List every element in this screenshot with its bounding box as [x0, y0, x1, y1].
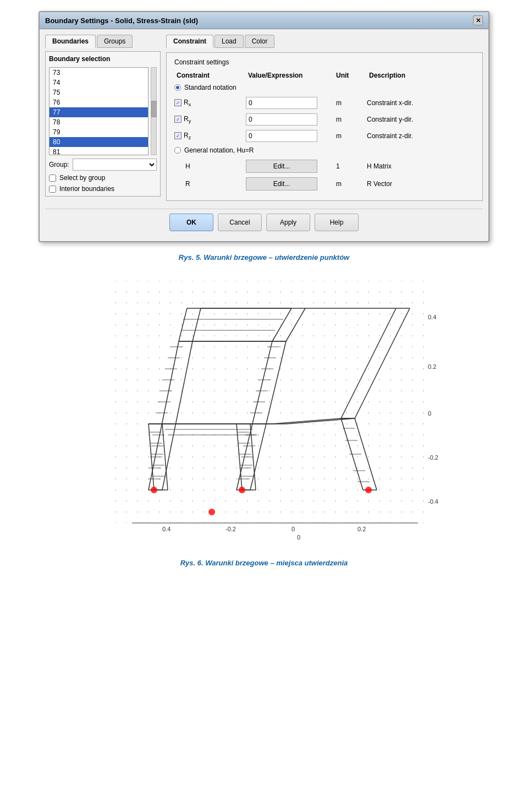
right-panel: Constraint Load Color Constraint setting… — [166, 35, 483, 201]
foot-marker-4 — [365, 487, 372, 493]
header-value: Value/Expression — [248, 72, 336, 79]
tab-groups[interactable]: Groups — [97, 35, 133, 48]
ok-button[interactable]: OK — [169, 214, 213, 231]
close-button[interactable]: ✕ — [473, 15, 483, 25]
caption-2: Rys. 6. Warunki brzegowe – miejsca utwie… — [180, 559, 348, 567]
tab-boundaries[interactable]: Boundaries — [45, 35, 96, 48]
help-button[interactable]: Help — [315, 214, 359, 231]
dialog-body: Boundaries Groups Boundary selection 73 … — [40, 29, 488, 241]
ry-unit: m — [334, 116, 367, 123]
list-item[interactable]: 77 — [50, 107, 148, 117]
close-icon: ✕ — [476, 17, 481, 24]
list-item[interactable]: 76 — [50, 97, 148, 107]
svg-text:0: 0 — [297, 534, 300, 541]
list-item[interactable]: 75 — [50, 88, 148, 97]
h-description: H Matrix — [367, 162, 475, 170]
constraint-settings-label: Constraint settings — [174, 58, 475, 66]
boundary-list[interactable]: 73 74 75 76 77 78 79 80 81 — [49, 67, 148, 155]
svg-text:-0.2: -0.2 — [428, 454, 438, 461]
rz-description: Constraint z-dir. — [367, 132, 475, 140]
right-tab-bar: Constraint Load Color — [166, 35, 483, 48]
rz-label: Rz — [184, 132, 191, 140]
h-edit-button[interactable]: Edit... — [246, 160, 317, 173]
group-label: Group: — [49, 161, 69, 168]
group-select[interactable] — [73, 159, 157, 171]
svg-text:-0.4: -0.4 — [428, 498, 438, 505]
general-notation-row: General notation, Hu=R — [174, 146, 475, 154]
rx-input[interactable] — [246, 97, 317, 109]
rz-field: ✓ Rz — [174, 132, 246, 140]
ry-checkbox[interactable]: ✓ — [174, 116, 182, 123]
general-notation-radio[interactable] — [174, 147, 181, 154]
header-constraint: Constraint — [177, 72, 248, 79]
svg-text:-0.2: -0.2 — [226, 526, 236, 532]
list-item[interactable]: 78 — [50, 117, 148, 127]
standard-notation-radio[interactable] — [174, 84, 181, 91]
r-unit: m — [334, 180, 367, 188]
scrollbar-thumb[interactable] — [151, 101, 157, 117]
interior-boundaries-label: Interior boundaries — [59, 185, 114, 193]
rx-label: Rx — [184, 99, 191, 107]
constraint-panel-box: Constraint settings Constraint Value/Exp… — [166, 52, 483, 201]
select-by-group-row: Select by group — [49, 174, 157, 182]
header-description: Description — [369, 72, 475, 79]
interior-boundaries-checkbox[interactable] — [49, 186, 56, 193]
list-item[interactable]: 74 — [50, 78, 148, 88]
dialog-window: Boundary Settings - Solid, Stress-Strain… — [38, 11, 490, 242]
list-item[interactable]: 79 — [50, 127, 148, 137]
boundary-panel-box: Boundary selection 73 74 75 76 77 78 79 … — [45, 51, 161, 197]
r-description: R Vector — [367, 180, 475, 188]
standard-notation-label: Standard notation — [184, 84, 237, 91]
constraint-table-header: Constraint Value/Expression Unit Descrip… — [174, 72, 475, 79]
select-by-group-label: Select by group — [59, 174, 105, 182]
list-item[interactable]: 80 — [50, 137, 148, 147]
svg-text:0.4: 0.4 — [162, 526, 170, 532]
page-wrapper: Boundary Settings - Solid, Stress-Strain… — [0, 0, 528, 578]
standard-notation-row: Standard notation — [174, 84, 475, 91]
constraint-row-rz: ✓ Rz m Constraint z-dir. — [174, 130, 475, 142]
foot-marker-3 — [208, 509, 215, 515]
general-row-r: R Edit... m R Vector — [174, 177, 475, 190]
general-notation-label: General notation, Hu=R — [184, 146, 254, 154]
apply-button[interactable]: Apply — [266, 214, 310, 231]
svg-text:0.2: 0.2 — [428, 363, 436, 370]
constraint-row-rx: ✓ Rx m Constraint x-dir. — [174, 97, 475, 109]
chair-figure: 0.4 0.2 0 -0.2 -0.4 — [72, 273, 457, 548]
general-row-h: H Edit... 1 H Matrix — [174, 160, 475, 173]
rz-checkbox[interactable]: ✓ — [174, 132, 182, 139]
tab-constraint[interactable]: Constraint — [166, 35, 213, 48]
tab-color[interactable]: Color — [245, 35, 275, 48]
dialog-titlebar: Boundary Settings - Solid, Stress-Strain… — [40, 12, 488, 29]
foot-marker-1 — [151, 487, 157, 493]
ry-field: ✓ Ry — [174, 115, 246, 124]
rx-description: Constraint x-dir. — [367, 99, 475, 107]
left-panel: Boundaries Groups Boundary selection 73 … — [45, 35, 161, 201]
rz-input[interactable] — [246, 130, 317, 142]
rx-field: ✓ Rx — [174, 99, 246, 107]
ry-description: Constraint y-dir. — [367, 116, 475, 123]
scrollbar-track[interactable] — [151, 67, 157, 155]
tab-load[interactable]: Load — [215, 35, 244, 48]
boundary-selection-label: Boundary selection — [49, 55, 157, 63]
rz-unit: m — [334, 132, 367, 140]
h-unit: 1 — [334, 162, 367, 170]
r-label: R — [174, 180, 246, 188]
svg-text:0: 0 — [428, 410, 431, 417]
dialog-content-row: Boundaries Groups Boundary selection 73 … — [45, 35, 483, 201]
dialog-footer: OK Cancel Apply Help — [45, 209, 483, 236]
interior-boundaries-row: Interior boundaries — [49, 185, 157, 193]
list-item[interactable]: 81 — [50, 147, 148, 155]
list-item[interactable]: 73 — [50, 68, 148, 78]
h-label: H — [174, 162, 246, 170]
dialog-title: Boundary Settings - Solid, Stress-Strain… — [45, 17, 198, 25]
svg-text:0.2: 0.2 — [358, 526, 366, 532]
r-edit-button[interactable]: Edit... — [246, 177, 317, 190]
ry-input[interactable] — [246, 113, 317, 126]
cancel-button[interactable]: Cancel — [218, 214, 262, 231]
rx-checkbox[interactable]: ✓ — [174, 99, 182, 106]
rx-unit: m — [334, 99, 367, 107]
group-row: Group: — [49, 159, 157, 171]
chair-svg: 0.4 0.2 0 -0.2 -0.4 — [77, 275, 451, 545]
left-tab-bar: Boundaries Groups — [45, 35, 161, 48]
select-by-group-checkbox[interactable] — [49, 175, 56, 182]
